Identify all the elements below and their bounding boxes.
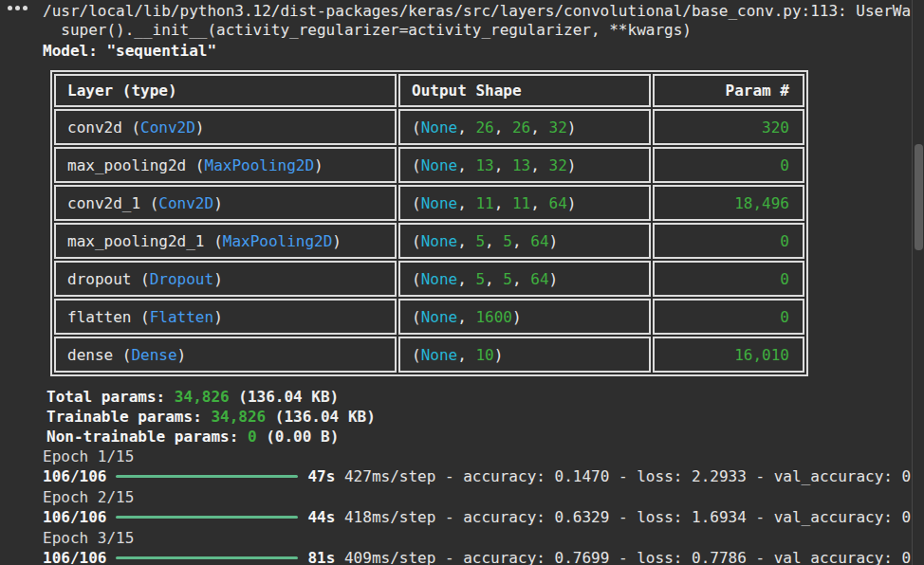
layer-class: MaxPooling2D <box>223 232 333 250</box>
paren: ( <box>412 156 421 174</box>
epoch-duration: 81s <box>307 549 335 565</box>
table-row: dropout (Dropout)(None, 5, 5, 64)0 <box>54 261 804 297</box>
batch-dim: None <box>421 308 458 326</box>
epoch-duration: 44s <box>307 508 335 526</box>
paren: ( <box>412 118 421 137</box>
total-size: (136.04 KB) <box>230 388 340 406</box>
batch-dim: None <box>421 194 458 212</box>
param-count: 0 <box>780 156 789 174</box>
batch-dim: None <box>421 270 458 288</box>
paren: ( <box>412 232 421 250</box>
step-counter: 106/106 <box>43 549 106 565</box>
col-header-param-count: Param # <box>653 74 804 107</box>
epoch-header: Epoch 3/15 <box>43 528 913 548</box>
paren: ( <box>412 346 421 364</box>
dim-value: 26 <box>475 118 493 137</box>
vertical-scrollbar[interactable] <box>912 0 924 565</box>
paren: ) <box>512 308 522 326</box>
total-value: 34,826 <box>175 388 230 406</box>
params-totals: Total params: 34,826 (136.04 KB)Trainabl… <box>43 387 913 447</box>
output-shape-cell: (None, 13, 13, 32) <box>398 147 651 183</box>
dim-value: 13 <box>475 156 493 174</box>
col-header-output-shape: Output Shape <box>398 74 651 107</box>
paren: ) <box>494 346 504 364</box>
separator: , <box>494 194 512 212</box>
total-label: Total params: <box>46 388 175 406</box>
warning-code-line: super().__init__(activity_regularizer=ac… <box>43 21 913 40</box>
layer-class: Conv2D <box>158 194 213 212</box>
layer-class: Conv2D <box>140 118 195 137</box>
training-log: Epoch 1/15106/10647s 427ms/step - accura… <box>43 447 913 565</box>
epoch-progress-line: 106/10681s 409ms/step - accuracy: 0.7699… <box>43 548 913 565</box>
separator: , <box>457 118 475 137</box>
layer-type-cell: conv2d_1 (Conv2D) <box>54 185 397 221</box>
scrollbar-thumb[interactable] <box>915 144 923 250</box>
epoch-metrics: 427ms/step - accuracy: 0.1470 - loss: 2.… <box>335 467 911 485</box>
more-options-dot <box>8 6 12 10</box>
dim-value: 10 <box>475 346 493 364</box>
output-shape-cell: (None, 1600) <box>398 299 651 335</box>
more-options-dot <box>15 6 20 10</box>
dim-value: 1600 <box>475 308 512 326</box>
params-total-line: Trainable params: 34,826 (136.04 KB) <box>46 407 913 427</box>
more-options-icon[interactable] <box>8 6 28 10</box>
progress-bar <box>116 556 298 559</box>
table-row: flatten (Flatten)(None, 1600)0 <box>54 299 804 335</box>
total-size: (136.04 KB) <box>266 408 376 426</box>
layer-name: conv2d_1 ( <box>67 194 158 212</box>
param-count-cell: 0 <box>653 223 804 259</box>
param-count: 0 <box>780 232 789 250</box>
epoch-header: Epoch 1/15 <box>43 447 913 466</box>
paren: ( <box>412 308 421 326</box>
epoch-progress-line: 106/10644s 418ms/step - accuracy: 0.6329… <box>43 507 913 527</box>
dim-value: 5 <box>475 232 485 250</box>
dim-value: 64 <box>530 270 548 288</box>
param-count: 16,010 <box>734 346 789 364</box>
warning-path-line: /usr/local/lib/python3.12/dist-packages/… <box>43 2 913 21</box>
batch-dim: None <box>421 346 458 364</box>
table-header-row: Layer (type) Output Shape Param # <box>54 74 804 107</box>
paren: ) <box>314 156 323 174</box>
separator: , <box>457 270 475 288</box>
model-summary-table: Layer (type) Output Shape Param # conv2d… <box>50 70 808 376</box>
paren: ) <box>567 156 577 174</box>
separator: , <box>457 156 475 174</box>
separator: , <box>530 156 548 174</box>
table-row: conv2d (Conv2D)(None, 26, 26, 32)320 <box>54 109 804 145</box>
separator: , <box>512 232 530 250</box>
table-row: max_pooling2d (MaxPooling2D)(None, 13, 1… <box>54 147 804 183</box>
separator: , <box>457 194 475 212</box>
paren: ) <box>213 308 223 326</box>
paren: ) <box>567 118 577 137</box>
dim-value: 32 <box>549 118 567 137</box>
paren: ) <box>195 118 205 137</box>
output-shape-cell: (None, 5, 5, 64) <box>398 261 651 297</box>
paren: ) <box>213 194 223 212</box>
param-count: 0 <box>780 270 789 288</box>
params-total-line: Non-trainable params: 0 (0.00 B) <box>46 427 913 447</box>
step-counter: 106/106 <box>43 508 106 526</box>
output-shape-cell: (None, 10) <box>398 337 651 373</box>
param-count-cell: 18,496 <box>653 185 804 221</box>
output-shape-cell: (None, 5, 5, 64) <box>398 223 651 259</box>
total-size: (0.00 B) <box>257 428 340 446</box>
epoch-metrics: 409ms/step - accuracy: 0.7699 - loss: 0.… <box>335 549 911 565</box>
progress-bar <box>116 475 298 478</box>
layer-type-cell: flatten (Flatten) <box>54 299 397 335</box>
total-value: 34,826 <box>211 408 266 426</box>
params-total-line: Total params: 34,826 (136.04 KB) <box>46 387 913 407</box>
separator: , <box>485 270 503 288</box>
paren: ) <box>332 232 342 250</box>
separator: , <box>530 118 548 137</box>
layer-type-cell: max_pooling2d_1 (MaxPooling2D) <box>54 223 397 259</box>
output-shape-cell: (None, 26, 26, 32) <box>398 109 651 145</box>
dim-value: 26 <box>512 118 530 137</box>
layer-name: flatten ( <box>67 308 150 326</box>
layer-name: dropout ( <box>67 270 150 288</box>
layer-type-cell: dense (Dense) <box>54 337 397 373</box>
layer-class: Dense <box>131 346 176 364</box>
layer-type-cell: max_pooling2d (MaxPooling2D) <box>54 147 397 183</box>
table-row: dense (Dense)(None, 10)16,010 <box>54 337 804 373</box>
param-count-cell: 0 <box>653 299 804 335</box>
param-count: 0 <box>780 308 789 326</box>
